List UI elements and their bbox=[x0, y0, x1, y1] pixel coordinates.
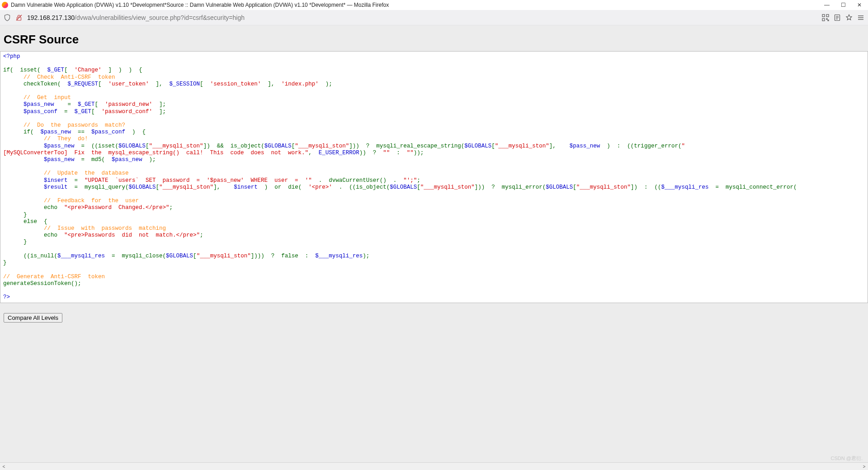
svg-rect-6 bbox=[828, 20, 829, 21]
shield-icon[interactable] bbox=[4, 14, 11, 21]
source-code: <?php if( isset( $_GET[ 'Change' ] ) ) {… bbox=[3, 53, 865, 301]
firefox-icon bbox=[2, 2, 8, 8]
close-button[interactable]: ✕ bbox=[856, 2, 863, 8]
lock-warning-icon[interactable] bbox=[15, 14, 23, 21]
window-title: Damn Vulnerable Web Application (DVWA) v… bbox=[11, 2, 824, 8]
reader-icon[interactable] bbox=[834, 14, 841, 21]
url-text[interactable]: 192.168.217.130/dvwa/vulnerabilities/vie… bbox=[27, 14, 817, 21]
maximize-button[interactable]: ☐ bbox=[840, 2, 846, 8]
svg-rect-2 bbox=[822, 14, 825, 17]
window-titlebar: Damn Vulnerable Web Application (DVWA) v… bbox=[0, 0, 868, 10]
window-controls: — ☐ ✕ bbox=[824, 2, 866, 8]
url-path: /dvwa/vulnerabilities/view_source.php?id… bbox=[75, 14, 245, 21]
menu-icon[interactable] bbox=[857, 14, 864, 21]
bookmark-icon[interactable] bbox=[845, 14, 853, 21]
compare-all-levels-button[interactable]: Compare All Levels bbox=[4, 313, 62, 323]
svg-rect-3 bbox=[826, 14, 829, 17]
source-code-box: <?php if( isset( $_GET[ 'Change' ] ) ) {… bbox=[0, 51, 868, 303]
svg-rect-4 bbox=[822, 19, 825, 21]
minimize-button[interactable]: — bbox=[824, 2, 830, 8]
svg-rect-5 bbox=[826, 19, 827, 19]
page-title: CSRF Source bbox=[4, 33, 868, 47]
page-content: CSRF Source <?php if( isset( $_GET[ 'Cha… bbox=[0, 25, 868, 462]
qr-icon[interactable] bbox=[822, 14, 829, 21]
address-bar: 192.168.217.130/dvwa/vulnerabilities/vie… bbox=[0, 10, 868, 25]
url-host: 192.168.217.130 bbox=[27, 14, 75, 21]
